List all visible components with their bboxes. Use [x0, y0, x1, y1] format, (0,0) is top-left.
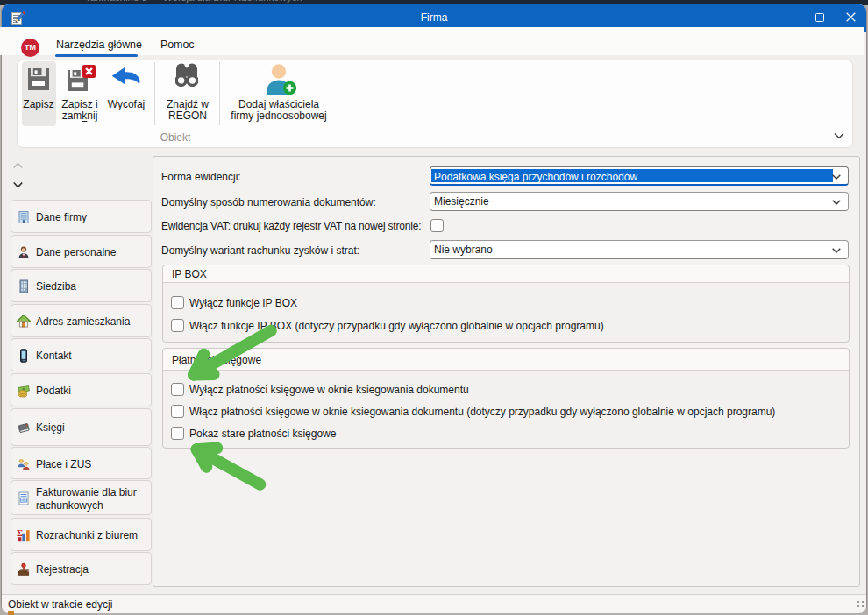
svg-text:Σ: Σ: [17, 528, 23, 538]
